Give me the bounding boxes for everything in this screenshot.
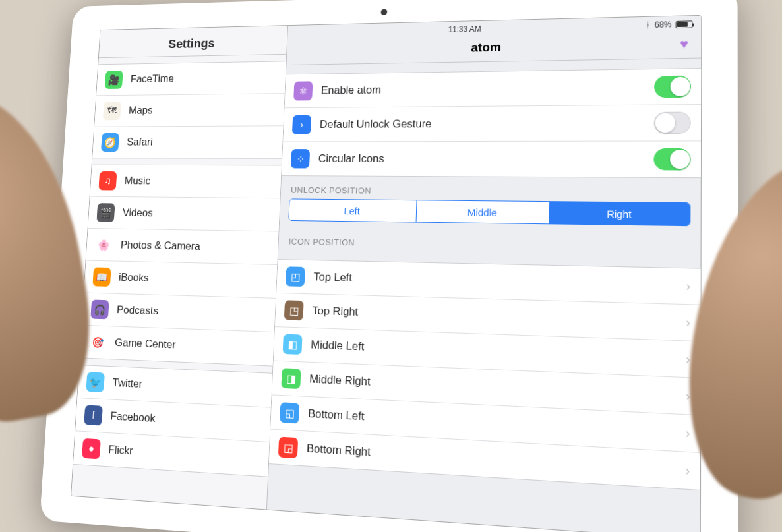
sidebar-title: Settings xyxy=(99,26,287,58)
middleright-icon: ◨ xyxy=(281,368,301,389)
topright-icon: ◳ xyxy=(284,300,304,320)
safari-icon: 🧭 xyxy=(101,133,119,152)
chevron-right-icon: › xyxy=(680,388,690,404)
bottomright-icon: ◲ xyxy=(278,437,298,459)
sidebar-item-label: Safari xyxy=(127,136,153,148)
battery-icon xyxy=(676,20,693,28)
music-icon: ♫ xyxy=(98,171,117,190)
sidebar-item-label: Facebook xyxy=(110,409,156,425)
sidebar-item-ibooks[interactable]: 📖iBooks xyxy=(84,261,277,299)
topleft-icon: ◰ xyxy=(286,266,305,287)
videos-icon: 🎬 xyxy=(96,203,115,222)
chevron-right-icon: › xyxy=(680,315,690,330)
maps-icon: 🗺 xyxy=(103,102,121,120)
podcasts-icon: 🎧 xyxy=(90,299,109,319)
ipad-device: Settings 🎥FaceTime🗺Maps🧭Safari♫Music🎬Vid… xyxy=(40,0,738,532)
toggle-switch[interactable] xyxy=(654,112,691,134)
segment-right[interactable]: Right xyxy=(550,202,690,225)
segment-middle[interactable]: Middle xyxy=(416,200,550,223)
chevron-right-icon: › xyxy=(680,425,690,441)
sidebar-item-label: Photos & Camera xyxy=(120,239,200,253)
toggle-group: ⚛Enable atom›Default Unlock Gesture⁘Circ… xyxy=(282,68,701,178)
iconpos-label: Top Right xyxy=(312,305,680,330)
bluetooth-icon: ᚼ xyxy=(646,20,651,30)
sidebar-item-music[interactable]: ♫Music xyxy=(90,165,282,199)
ibooks-icon: 📖 xyxy=(92,267,111,287)
sidebar-item-label: iBooks xyxy=(119,271,150,285)
toggle-row-default-unlock-gesture: ›Default Unlock Gesture xyxy=(283,105,701,142)
facetime-icon: 🎥 xyxy=(105,71,123,89)
iconpos-label: Top Left xyxy=(313,270,680,293)
facebook-icon: f xyxy=(84,405,103,425)
chevron-right-icon: › xyxy=(679,462,690,478)
detail-title: atom xyxy=(471,40,501,55)
sidebar-list: 🎥FaceTime🗺Maps🧭Safari♫Music🎬Videos🌸Photo… xyxy=(71,55,286,510)
sidebar-item-game-center[interactable]: 🎯Game Center xyxy=(80,326,274,366)
front-camera xyxy=(380,9,387,15)
photos-icon: 🌸 xyxy=(94,235,113,254)
toggle-row-circular-icons: ⁘Circular Icons xyxy=(282,141,701,177)
sidebar-item-facetime[interactable]: 🎥FaceTime xyxy=(96,61,286,96)
atom-icon: ⚛ xyxy=(293,81,313,100)
sidebar-item-label: Podcasts xyxy=(117,304,159,318)
sidebar-item-label: Game Center xyxy=(115,336,176,351)
sidebar-item-photos-camera[interactable]: 🌸Photos & Camera xyxy=(86,229,278,265)
sidebar-item-label: Videos xyxy=(122,206,153,220)
iconpos-label: Middle Right xyxy=(309,372,680,403)
toggle-label: Enable atom xyxy=(321,80,655,98)
iconpos-label: Middle Left xyxy=(311,338,680,366)
sidebar-item-label: Maps xyxy=(129,104,154,117)
sidebar-item-videos[interactable]: 🎬Videos xyxy=(88,197,280,232)
toggle-row-enable-atom: ⚛Enable atom xyxy=(285,69,702,108)
sidebar-item-label: FaceTime xyxy=(130,73,174,86)
bottomleft-icon: ◱ xyxy=(280,402,299,423)
gamecenter-icon: 🎯 xyxy=(88,332,107,352)
detail-body: ⚛Enable atom›Default Unlock Gesture⁘Circ… xyxy=(267,59,701,532)
segment-left[interactable]: Left xyxy=(289,199,417,222)
settings-sidebar: Settings 🎥FaceTime🗺Maps🧭Safari♫Music🎬Vid… xyxy=(71,26,288,509)
detail-pane: 11:33 AM ᚼ 68% atom ♥ ⚛Enable atom›Defau… xyxy=(267,16,701,532)
heart-icon[interactable]: ♥ xyxy=(680,36,688,52)
toggle-label: Default Unlock Gesture xyxy=(319,116,653,131)
sidebar-item-maps[interactable]: 🗺Maps xyxy=(94,94,284,127)
chevron-right-icon: › xyxy=(680,279,690,294)
unlock-position-segmented[interactable]: LeftMiddleRight xyxy=(288,198,690,226)
toggle-switch[interactable] xyxy=(654,76,691,98)
icon-position-group: ◰Top Left›◳Top Right›◧Middle Left›◨Middl… xyxy=(269,259,701,490)
sidebar-item-label: Music xyxy=(124,175,150,187)
sidebar-item-safari[interactable]: 🧭Safari xyxy=(92,126,283,158)
twitter-icon: 🐦 xyxy=(86,372,104,392)
status-time: 11:33 AM xyxy=(448,24,481,34)
screen: Settings 🎥FaceTime🗺Maps🧭Safari♫Music🎬Vid… xyxy=(71,15,702,532)
dots-icon: ⁘ xyxy=(291,149,310,168)
sidebar-item-label: Flickr xyxy=(108,443,133,458)
sidebar-item-label: Twitter xyxy=(112,376,142,391)
gesture-icon: › xyxy=(292,115,311,134)
chevron-right-icon: › xyxy=(680,351,690,367)
toggle-label: Circular Icons xyxy=(318,152,653,166)
middleleft-icon: ◧ xyxy=(283,334,303,355)
battery-percent: 68% xyxy=(655,20,672,30)
flickr-icon: ● xyxy=(82,438,101,459)
toggle-switch[interactable] xyxy=(653,148,690,171)
